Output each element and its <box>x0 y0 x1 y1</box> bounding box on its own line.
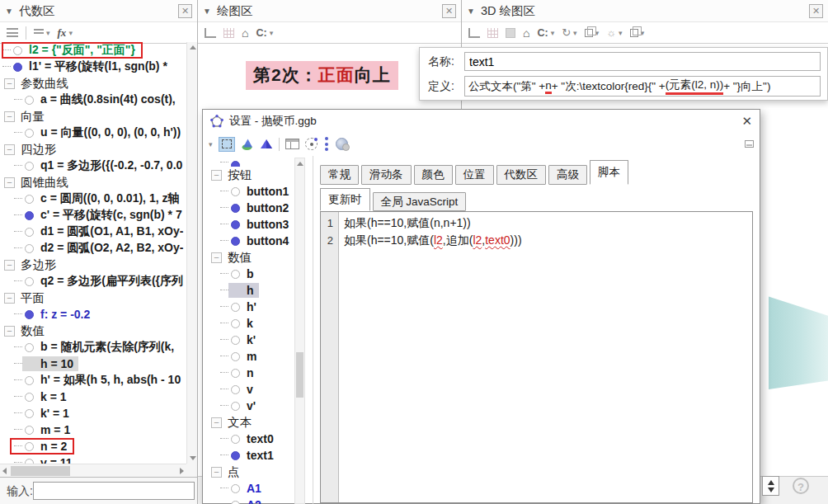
grid-icon[interactable] <box>223 28 234 38</box>
tree-item[interactable]: d1 = 圆弧(O1, A1, B1, xOy- <box>0 224 186 240</box>
visibility-toggle[interactable] <box>25 129 34 138</box>
scroll-up-icon[interactable] <box>297 162 303 166</box>
tree-item[interactable]: f: z = -0.2 <box>0 306 186 323</box>
cone-object-icon[interactable] <box>241 138 254 151</box>
tab-0[interactable]: 常规 <box>320 165 359 185</box>
home-icon[interactable]: ⌂ <box>242 27 248 39</box>
collapse-icon[interactable]: − <box>4 111 15 122</box>
scrollbar-thumb[interactable] <box>11 466 70 476</box>
tree-category[interactable]: −参数曲线 <box>0 75 186 92</box>
panel-menu-caret-icon[interactable]: ▼ <box>203 7 211 16</box>
visibility-toggle[interactable] <box>25 426 34 435</box>
tab-4[interactable]: 代数区 <box>496 165 547 185</box>
tree-category[interactable]: −向量 <box>0 108 186 125</box>
tab-1[interactable]: 滑动条 <box>361 165 412 185</box>
function-tools-button[interactable]: fx ▾ <box>58 26 73 40</box>
visibility-toggle[interactable] <box>231 319 240 328</box>
scroll-down-icon[interactable] <box>190 456 196 460</box>
tree-item[interactable]: c = 圆周((0, 0, 0.01), 1, z轴 <box>0 191 186 207</box>
scroll-up-icon[interactable] <box>190 45 196 49</box>
tab-6[interactable]: 脚本 <box>590 160 628 185</box>
tree-category[interactable]: −按钮 <box>205 167 294 183</box>
tree-item[interactable]: h <box>205 282 294 299</box>
tree-category[interactable]: −平面 <box>0 290 186 306</box>
plane-icon[interactable] <box>506 28 515 38</box>
capture-button[interactable]: C: ▾ <box>256 27 273 39</box>
tree-item[interactable]: button3 <box>205 216 294 233</box>
global-settings-icon[interactable] <box>336 138 348 150</box>
visibility-toggle[interactable] <box>25 244 34 253</box>
algebra-vertical-scrollbar[interactable] <box>186 42 197 464</box>
dialog-title-bar[interactable]: 设置 - 抛硬币.ggb ✕ <box>203 110 760 133</box>
visibility-toggle[interactable] <box>25 376 34 385</box>
tree-item[interactable]: v = 11 <box>0 455 186 464</box>
tree-item[interactable]: b = 随机元素(去除(序列(k, <box>0 339 186 356</box>
scroll-left-icon[interactable] <box>2 468 7 474</box>
collapse-icon[interactable]: − <box>4 326 15 337</box>
visibility-toggle[interactable] <box>231 220 240 229</box>
visibility-toggle[interactable] <box>231 204 240 213</box>
visibility-toggle[interactable] <box>25 409 34 418</box>
view-direction-button[interactable]: ▾ <box>585 29 600 37</box>
spin-down-icon[interactable] <box>768 488 774 492</box>
visibility-toggle[interactable] <box>231 435 240 444</box>
tab-5[interactable]: 高级 <box>548 165 587 185</box>
panel-menu-caret-icon[interactable]: ▼ <box>467 7 475 16</box>
tab-3[interactable]: 位置 <box>455 165 494 185</box>
collapse-icon[interactable]: − <box>211 252 222 263</box>
spin-up-icon[interactable] <box>768 480 774 485</box>
visibility-toggle[interactable] <box>25 343 34 352</box>
visibility-toggle[interactable] <box>25 96 34 105</box>
selection-tool-icon[interactable] <box>219 137 235 152</box>
visibility-toggle[interactable] <box>231 303 240 312</box>
visibility-toggle[interactable] <box>231 352 240 361</box>
visibility-toggle[interactable] <box>231 484 240 493</box>
visibility-toggle[interactable] <box>231 402 240 411</box>
tab-2[interactable]: 颜色 <box>414 165 453 185</box>
visibility-toggle[interactable] <box>231 237 240 246</box>
tree-item[interactable]: l2 = {"反面", "正面"} <box>0 42 186 59</box>
rotate-view-button[interactable]: ↻ ▾ <box>562 27 576 38</box>
close-panel-button[interactable]: ✕ <box>178 4 192 18</box>
help-icon[interactable]: ? <box>793 478 809 494</box>
collapse-icon[interactable]: − <box>211 467 222 478</box>
name-field[interactable] <box>464 52 821 71</box>
tree-item[interactable]: a = 曲线(0.8sin(4t) cos(t), <box>0 92 186 108</box>
tree-item[interactable]: d2 = 圆弧(O2, A2, B2, xOy- <box>0 240 186 257</box>
visibility-toggle[interactable] <box>231 187 240 196</box>
collapse-icon[interactable]: − <box>4 293 15 304</box>
visibility-toggle[interactable] <box>13 63 22 72</box>
visibility-toggle[interactable] <box>25 211 34 220</box>
script-line[interactable]: 1如果(h==10,赋值(n,n+1)) <box>321 214 752 232</box>
visibility-toggle[interactable] <box>231 451 240 460</box>
visibility-toggle[interactable] <box>231 369 240 378</box>
tree-category[interactable]: −数值 <box>0 323 186 339</box>
visibility-toggle[interactable] <box>25 195 34 204</box>
visibility-toggle[interactable] <box>231 385 240 394</box>
tree-item[interactable] <box>205 158 294 167</box>
dock-dialog-icon[interactable] <box>745 140 754 148</box>
point-style-icon[interactable] <box>305 138 318 150</box>
tree-item[interactable]: button4 <box>205 233 294 249</box>
collapse-icon[interactable]: − <box>4 78 15 89</box>
script-line[interactable]: 2如果(h==10,赋值(l2,追加(l2,text0))) <box>321 232 752 249</box>
tree-item[interactable]: A2 <box>205 497 294 504</box>
close-panel-button[interactable]: ✕ <box>809 4 823 18</box>
home-icon[interactable]: ⌂ <box>523 27 529 39</box>
tree-item[interactable]: A1 <box>205 480 294 497</box>
tree-item[interactable]: u = 向量((0, 0, 0), (0, 0, h')) <box>0 125 186 141</box>
tree-item[interactable]: text0 <box>205 431 294 447</box>
visibility-toggle[interactable] <box>231 270 240 279</box>
tab-0[interactable]: 更新时 <box>320 188 370 211</box>
tree-item[interactable]: n = 2 <box>0 438 186 455</box>
tab-1[interactable]: 全局 JavaScript <box>373 192 467 211</box>
tree-category[interactable]: −点 <box>205 464 294 480</box>
script-editor[interactable]: 1如果(h==10,赋值(n,n+1))2如果(h==10,赋值(l2,追加(l… <box>320 211 753 503</box>
tree-item[interactable]: m <box>205 348 294 365</box>
grid-icon[interactable] <box>487 28 498 38</box>
visibility-toggle[interactable] <box>231 501 240 504</box>
tree-item[interactable]: c' = 平移(旋转(c, sgn(b) * 7 <box>0 207 186 224</box>
close-panel-button[interactable]: ✕ <box>442 4 456 18</box>
panel-menu-caret-icon[interactable]: ▼ <box>5 7 13 16</box>
tree-item[interactable]: button1 <box>205 183 294 200</box>
